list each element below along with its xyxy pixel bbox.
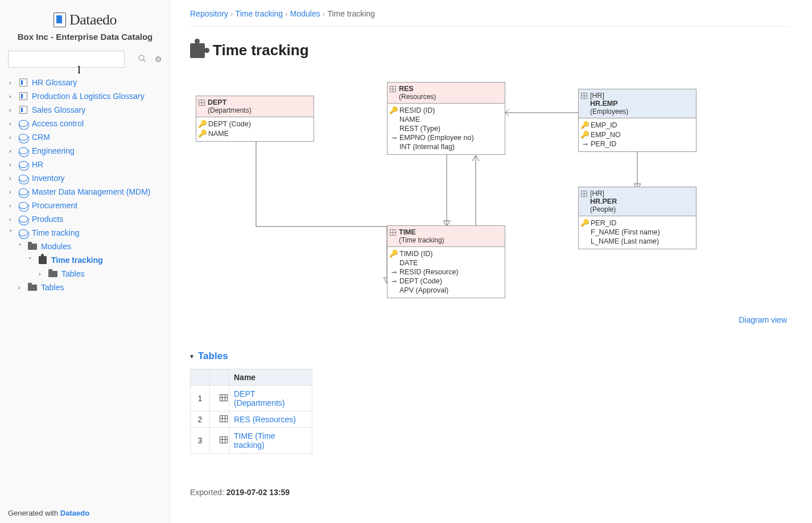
column-text: REST (Type) xyxy=(399,125,440,133)
chevron-right-icon: › xyxy=(9,93,15,100)
fk-icon: ⊸ xyxy=(391,269,397,276)
chevron-right-icon: › xyxy=(9,161,15,168)
column-text: EMPNO (Employee no) xyxy=(399,134,474,142)
entity-hremp-cols: 🔑EMP_ID🔑EMP_NO⊸PER_ID xyxy=(579,118,696,151)
chevron-right-icon: › xyxy=(9,106,15,113)
svg-point-0 xyxy=(139,55,144,60)
sidebar-item-products[interactable]: › Products xyxy=(8,212,162,226)
entity-sub: (People) xyxy=(590,205,693,213)
page-header: Time tracking xyxy=(190,42,789,59)
row-index: 1 xyxy=(191,386,210,411)
tree-modules[interactable]: ˅ Modules xyxy=(8,240,162,253)
chevron-right-icon: › xyxy=(9,147,15,154)
entity-dept-cols: 🔑DEPT (Code)🔑NAME xyxy=(196,117,314,141)
diagram-view-link[interactable]: Diagram view xyxy=(739,315,787,324)
entity-hrper[interactable]: [HR] HR.PER (People) 🔑PER_IDF_NAME (Firs… xyxy=(578,187,696,249)
row-icon-cell xyxy=(210,428,229,454)
entity-hrper-cols: 🔑PER_IDF_NAME (First name)L_NAME (Last n… xyxy=(579,216,696,249)
tree-module-time-tracking[interactable]: ˅ Time tracking xyxy=(8,253,162,267)
footer-prefix: Generated with xyxy=(8,509,60,517)
breadcrumb-link[interactable]: Repository xyxy=(190,9,228,18)
search-icon[interactable] xyxy=(138,54,147,65)
entity-hremp[interactable]: [HR] HR.EMP (Employees) 🔑EMP_ID🔑EMP_NO⊸P… xyxy=(578,89,696,152)
table-icon xyxy=(216,394,224,401)
footer-brand-link[interactable]: Dataedo xyxy=(60,509,89,517)
folder-icon xyxy=(27,285,38,291)
column-text: L_NAME (Last name) xyxy=(591,237,659,245)
entity-column: 🔑RESID (ID) xyxy=(391,105,501,115)
column-text: F_NAME (First name) xyxy=(591,228,660,236)
sidebar-item-production-logistics-glossary[interactable]: › Production & Logistics Glossary xyxy=(8,89,162,103)
breadcrumb-current: Time tracking xyxy=(327,9,375,18)
filter-icon[interactable]: ⚙ xyxy=(155,55,162,64)
tables-section: ▾ Tables Name 1 DEPT (Departments) 2 RES… xyxy=(190,351,312,454)
row-name-cell: RES (Resources) xyxy=(229,411,312,428)
sidebar-item-inventory[interactable]: › Inventory xyxy=(8,171,162,185)
column-text: NAME xyxy=(208,130,229,138)
sidebar-item-hr-glossary[interactable]: › HR Glossary xyxy=(8,76,162,89)
search-input[interactable] xyxy=(8,51,125,68)
table-row: 1 DEPT (Departments) xyxy=(191,386,312,411)
entity-time[interactable]: TIME (Time tracking) 🔑TIMID (ID)DATE⊸RES… xyxy=(387,225,505,298)
table-icon xyxy=(581,191,587,197)
chevron-right-icon: › xyxy=(39,270,44,277)
column-text: INT (Internal flag) xyxy=(399,143,455,151)
entity-schema: [HR] xyxy=(590,92,604,100)
table-icon xyxy=(581,93,587,99)
main-content: Repository›Time tracking›Modules›Time tr… xyxy=(171,0,812,523)
breadcrumb-link[interactable]: Time tracking xyxy=(236,9,283,18)
sidebar-item-hr[interactable]: › HR xyxy=(8,158,162,171)
sidebar-item-label: HR xyxy=(32,160,43,169)
entity-sub: (Employees) xyxy=(590,108,693,116)
chevron-right-icon: › xyxy=(18,284,24,291)
table-icon xyxy=(390,229,396,236)
breadcrumb-sep: › xyxy=(285,9,288,18)
sidebar-item-time-tracking[interactable]: ˅ Time tracking xyxy=(8,226,162,240)
sidebar-item-label: Engineering xyxy=(32,146,75,155)
entity-hremp-header: [HR] HR.EMP (Employees) xyxy=(579,89,696,118)
sidebar-item-master-data-management-mdm-[interactable]: › Master Data Management (MDM) xyxy=(8,185,162,199)
table-link[interactable]: TIME (Time tracking) xyxy=(234,431,275,450)
entity-name: HR.PER xyxy=(590,197,617,205)
table-link[interactable]: DEPT (Departments) xyxy=(234,389,285,407)
fk-icon: ⊸ xyxy=(391,134,397,142)
sidebar-item-engineering[interactable]: › Engineering xyxy=(8,144,162,158)
table-link[interactable]: RES (Resources) xyxy=(234,415,296,424)
sidebar-item-crm[interactable]: › CRM xyxy=(8,130,162,144)
chevron-down-icon: ˅ xyxy=(28,257,34,264)
table-row: 3 TIME (Time tracking) xyxy=(191,428,312,454)
tree-tables[interactable]: › Tables xyxy=(8,281,162,294)
entity-sub: (Time tracking) xyxy=(399,236,501,244)
page-title: Time tracking xyxy=(213,42,309,59)
logo[interactable]: Dataedo xyxy=(8,11,162,28)
chevron-right-icon: › xyxy=(9,134,15,141)
entity-res-header: RES (Resources) xyxy=(388,83,505,104)
nav-tree: › HR Glossary › Production & Logistics G… xyxy=(8,76,162,294)
svg-line-1 xyxy=(143,60,146,62)
entity-schema: [HR] xyxy=(590,190,604,197)
entity-dept[interactable]: DEPT (Departments) 🔑DEPT (Code)🔑NAME xyxy=(196,96,314,142)
entity-res[interactable]: RES (Resources) 🔑RESID (ID)NAMEREST (Typ… xyxy=(387,82,505,155)
entity-column: 🔑PER_ID xyxy=(582,218,693,228)
breadcrumb-link[interactable]: Modules xyxy=(290,9,320,18)
chevron-down-icon: ˅ xyxy=(9,229,15,237)
column-text: PER_ID xyxy=(591,140,616,148)
sidebar-item-label: Procurement xyxy=(32,201,77,210)
tree-label: Time tracking xyxy=(51,256,103,265)
fk-icon: ⊸ xyxy=(391,278,397,285)
sidebar-item-label: Inventory xyxy=(32,174,65,183)
sidebar-item-access-control[interactable]: › Access control xyxy=(8,117,162,130)
entity-column: 🔑TIMID (ID) xyxy=(391,249,501,258)
row-index: 3 xyxy=(191,428,210,454)
key-icon: 🔑 xyxy=(582,219,588,227)
db-icon xyxy=(18,161,28,168)
tree-module-tables[interactable]: › Tables xyxy=(8,267,162,281)
sidebar-item-label: HR Glossary xyxy=(32,78,77,87)
logo-text: Dataedo xyxy=(69,11,117,28)
tables-section-toggle[interactable]: ▾ Tables xyxy=(190,351,312,362)
db-icon xyxy=(18,175,28,182)
sidebar-item-procurement[interactable]: › Procurement xyxy=(8,199,162,212)
chevron-right-icon: › xyxy=(9,175,15,182)
entity-column: 🔑EMP_NO xyxy=(582,130,693,139)
sidebar-item-sales-glossary[interactable]: › Sales Glossary xyxy=(8,103,162,117)
